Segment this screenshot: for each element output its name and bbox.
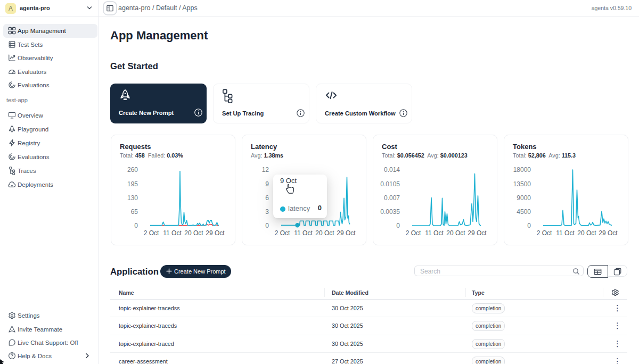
svg-text:11 Oct: 11 Oct: [294, 229, 313, 237]
svg-text:29 Oct: 29 Oct: [599, 229, 618, 237]
svg-text:3: 3: [265, 208, 269, 216]
svg-text:20 Oct: 20 Oct: [184, 229, 203, 237]
svg-text:0: 0: [134, 222, 138, 229]
svg-text:2 Oct: 2 Oct: [275, 229, 290, 237]
svg-text:13500: 13500: [513, 180, 531, 188]
svg-text:11 Oct: 11 Oct: [556, 229, 575, 237]
svg-text:29 Oct: 29 Oct: [206, 229, 225, 237]
svg-text:2 Oct: 2 Oct: [406, 229, 421, 237]
svg-text:11 Oct: 11 Oct: [425, 229, 444, 237]
svg-text:195: 195: [127, 180, 138, 188]
svg-text:18000: 18000: [513, 166, 531, 173]
svg-text:0: 0: [265, 222, 269, 229]
svg-text:0.007: 0.007: [384, 194, 400, 202]
svg-text:9000: 9000: [517, 194, 531, 202]
svg-text:0.0035: 0.0035: [380, 208, 400, 216]
svg-text:0.014: 0.014: [384, 166, 400, 173]
svg-text:2 Oct: 2 Oct: [537, 229, 552, 237]
svg-text:65: 65: [131, 208, 138, 216]
svg-text:2 Oct: 2 Oct: [144, 229, 159, 237]
svg-text:130: 130: [127, 194, 138, 202]
svg-text:29 Oct: 29 Oct: [468, 229, 487, 237]
svg-text:260: 260: [127, 166, 138, 173]
svg-text:0: 0: [396, 222, 400, 229]
svg-text:29 Oct: 29 Oct: [337, 229, 356, 237]
svg-text:9: 9: [265, 180, 269, 188]
svg-text:0: 0: [527, 222, 531, 229]
svg-text:12: 12: [262, 166, 269, 173]
svg-text:0.0105: 0.0105: [380, 180, 400, 188]
svg-text:20 Oct: 20 Oct: [577, 229, 596, 237]
svg-text:20 Oct: 20 Oct: [315, 229, 334, 237]
svg-text:11 Oct: 11 Oct: [163, 229, 182, 237]
svg-text:20 Oct: 20 Oct: [446, 229, 465, 237]
svg-text:4500: 4500: [517, 208, 531, 216]
svg-text:6: 6: [265, 194, 269, 202]
